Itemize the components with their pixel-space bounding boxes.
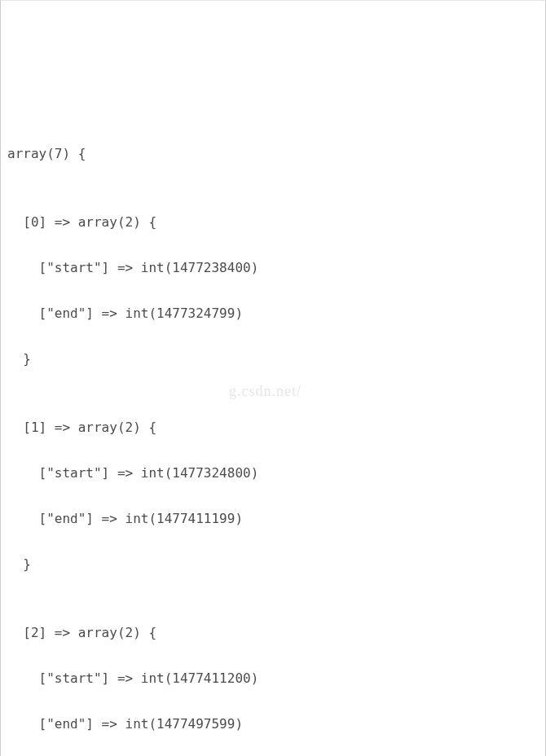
dump-item-header: [0] => array(2) { xyxy=(7,211,539,234)
dump-item-end: ["end"] => int(1477497599) xyxy=(7,713,539,736)
dump-item-start: ["start"] => int(1477238400) xyxy=(7,257,539,279)
dump-item-close: } xyxy=(7,348,539,371)
dump-item-start: ["start"] => int(1477324800) xyxy=(7,462,539,485)
dump-item-header: [2] => array(2) { xyxy=(7,622,539,644)
dump-item-close: } xyxy=(7,553,539,576)
watermark-text: g.csdn.net/ xyxy=(229,379,302,405)
dump-root-open: array(7) { xyxy=(7,143,539,165)
dump-item-header: [1] => array(2) { xyxy=(7,416,539,439)
dump-item-end: ["end"] => int(1477411199) xyxy=(7,508,539,530)
dump-item-end: ["end"] => int(1477324799) xyxy=(7,302,539,325)
dump-item-start: ["start"] => int(1477411200) xyxy=(7,667,539,690)
